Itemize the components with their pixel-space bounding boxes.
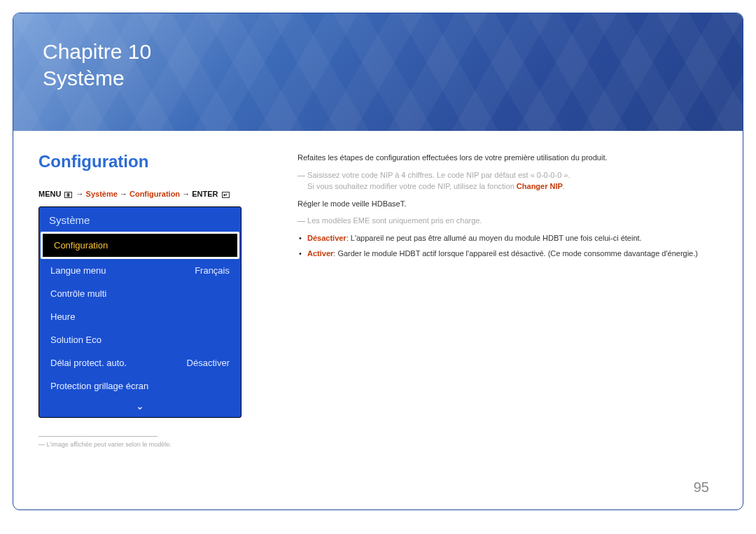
path-part-1: Système [86,190,118,198]
path-part-2: Configuration [130,190,180,198]
bullet-text: : L'appareil ne peut pas être allumé au … [346,234,642,242]
menu-item-label: Configuration [54,240,108,251]
menu-item-configuration[interactable]: Configuration [41,232,239,259]
content: Configuration MENU Ⅲ → Système → Configu… [13,131,743,462]
arrow-1: → [76,190,84,198]
arrow-3: → [182,190,190,198]
ui-panel: Système Configuration Langue menu França… [38,206,241,418]
note-dash: ― [298,171,305,179]
right-column: Refaites les étapes de configuration eff… [298,152,718,448]
menu-item-label: Heure [50,311,75,322]
note1-line1: Saisissez votre code NIP à 4 chiffres. L… [307,171,570,179]
bullet-list: Désactiver: L'appareil ne peut pas être … [298,232,718,260]
note-dash: ― [298,216,305,225]
body-p2: Régler le mode veille HDBaseT. [298,198,718,210]
menu-path: MENU Ⅲ → Système → Configuration → ENTER… [38,190,270,198]
menu-item-label: Protection grillage écran [50,381,148,391]
ui-panel-title: Système [39,207,241,232]
menu-icon: Ⅲ [64,192,72,198]
bullet-text: : Garder le module HDBT actif lorsque l'… [333,249,698,258]
menu-item-protection-grillage[interactable]: Protection grillage écran [39,374,241,398]
bullet-accent: Désactiver [307,234,346,242]
note2-text: Les modèles EME sont uniquement pris en … [307,216,482,225]
bullet-desactiver: Désactiver: L'appareil ne peut pas être … [307,232,718,244]
bullet-accent: Activer [307,249,333,258]
chapter-line1: Chapitre 10 [43,38,151,65]
note1-accent: Changer NIP [517,182,563,190]
body-p1: Refaites les étapes de configuration eff… [298,152,718,164]
note1-line2b: . [563,182,565,190]
enter-icon: ↵ [222,192,230,198]
note1-line2a: Si vous souhaitez modifier votre code NI… [307,182,517,190]
chapter-title: Chapitre 10 Système [43,38,151,91]
menu-item-value: Désactiver [187,358,230,368]
chapter-header: Chapitre 10 Système [13,13,743,131]
footnote-divider [38,436,158,437]
menu-item-heure[interactable]: Heure [39,305,241,328]
menu-item-controle-multi[interactable]: Contrôle multi [39,282,241,305]
menu-item-label: Solution Eco [50,335,102,345]
enter-label: ENTER [192,190,218,198]
body-note2: ― Les modèles EME sont uniquement pris e… [298,215,718,227]
menu-item-solution-eco[interactable]: Solution Eco [39,328,241,351]
menu-more-indicator[interactable]: ⌄ [39,398,241,417]
bullet-activer: Activer: Garder le module HDBT actif lor… [307,248,718,260]
menu-item-value: Français [195,265,230,276]
menu-item-label: Langue menu [50,265,106,276]
chapter-line2: Système [43,65,151,92]
section-heading: Configuration [38,152,270,171]
footnote-dash: ― [38,441,45,448]
chevron-down-icon: ⌄ [136,400,144,412]
page-number: 95 [694,479,709,496]
footnote: ― L'image affichée peut varier selon le … [38,441,270,448]
menu-item-label: Délai protect. auto. [50,358,127,368]
arrow-2: → [120,190,127,198]
menu-label: MENU [38,190,61,198]
footnote-text: L'image affichée peut varier selon le mo… [47,441,172,448]
menu-item-delai-protect[interactable]: Délai protect. auto. Désactiver [39,351,241,374]
menu-item-label: Contrôle multi [50,288,106,299]
body-note1: ― Saisissez votre code NIP à 4 chiffres.… [298,169,718,192]
menu-item-langue[interactable]: Langue menu Français [39,259,241,282]
left-column: Configuration MENU Ⅲ → Système → Configu… [38,152,270,448]
page-frame: Chapitre 10 Système Configuration MENU Ⅲ… [13,13,743,510]
